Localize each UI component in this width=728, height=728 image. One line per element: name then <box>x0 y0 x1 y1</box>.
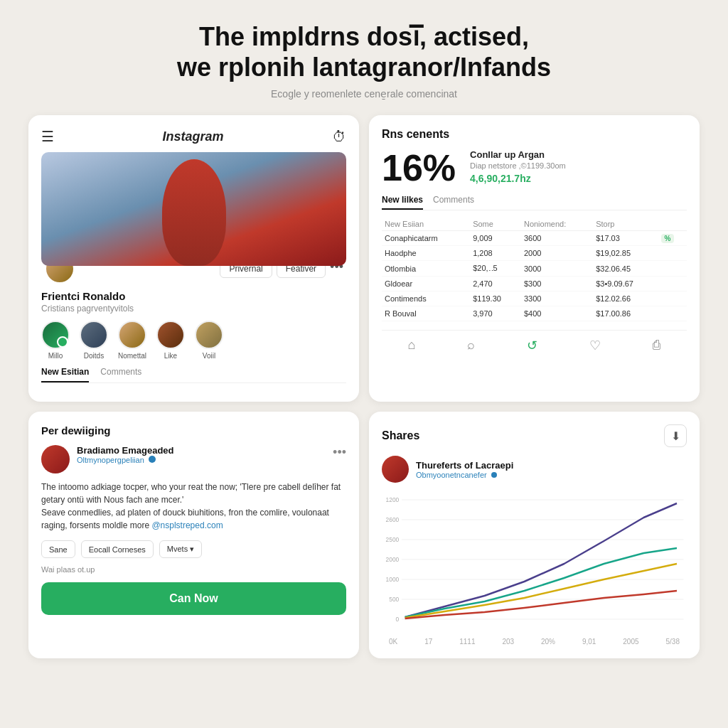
tab-new-likes[interactable]: New Iilkes <box>382 195 423 210</box>
post-more-options-icon[interactable]: ••• <box>333 445 346 460</box>
shares-profile-info: Thureferts of Lacraepi Obmyoonetncanefer <box>416 460 513 479</box>
svg-text:2600: 2600 <box>386 516 400 523</box>
analytics-table: New Esiian Some Noniomend: Storp Conaphi… <box>382 218 687 321</box>
chart-svg: 1200 2600 2500 2000 1000 500 0 <box>382 493 687 635</box>
cell-name: Gldoear <box>382 277 470 291</box>
shares-author-name: Thureferts of Lacraepi <box>416 460 513 471</box>
cell-tag <box>658 246 687 261</box>
col-header-noniomend: Noniomend: <box>521 218 593 231</box>
post-meta: Bradiamo Emageaded Oltmynopergpeliian <box>77 445 326 464</box>
x-label: 9,01 <box>582 638 596 646</box>
analytics-tabs: New Iilkes Comments <box>382 195 687 210</box>
friends-list: Millo Doitds Nomettal Like Voiil <box>41 321 346 360</box>
post-body: The intoomo adkiage tocper, who your rea… <box>41 481 346 532</box>
cell-some: 3,970 <box>470 306 521 321</box>
table-row: R Bouval3,970$400$17.00.86 <box>382 306 687 321</box>
col-header-some: Some <box>470 218 521 231</box>
cell-tag <box>658 306 687 321</box>
friend-label: Voiil <box>203 352 215 360</box>
instagram-card: ☰ Instagram ⏱ Privernal Feativer ••• Fri… <box>28 115 359 402</box>
hamburger-icon[interactable]: ☰ <box>41 128 54 145</box>
instagram-hero-image <box>41 152 346 266</box>
heart-icon[interactable]: ♡ <box>589 338 601 353</box>
shares-chart: 1200 2600 2500 2000 1000 500 0 <box>382 493 687 635</box>
friend-avatar[interactable] <box>156 321 185 349</box>
svg-text:1200: 1200 <box>386 496 400 503</box>
table-row: Haodphe1,2082000$19,02.85 <box>382 246 687 261</box>
download-button[interactable]: ⬇ <box>664 424 687 447</box>
cell-storp: $17.00.86 <box>593 306 658 321</box>
x-label: 2005 <box>623 638 638 646</box>
cell-name: Otlombia <box>382 261 470 277</box>
insta-tabs: New Esitian Comments <box>41 367 346 383</box>
friend-avatar[interactable] <box>41 321 70 349</box>
cell-tag <box>658 277 687 291</box>
friend-label: Like <box>164 352 177 360</box>
friend-avatar[interactable] <box>195 321 223 349</box>
svg-text:2000: 2000 <box>386 556 400 563</box>
post-header: Bradiamo Emageaded Oltmynopergpeliian ••… <box>41 445 346 473</box>
home-icon[interactable]: ⌂ <box>408 338 416 353</box>
table-row: Gldoear2,470$300$3•9.09.67 <box>382 277 687 291</box>
friend-item: Like <box>156 321 185 360</box>
tab-comments[interactable]: Comments <box>100 367 141 382</box>
shares-profile: Thureferts of Lacraepi Obmyoonetncanefer <box>382 456 687 483</box>
analytics-big-row: 16% Conllar up Argan Diap netstore ,©119… <box>382 149 687 186</box>
post-author-avatar <box>41 445 70 473</box>
can-now-button[interactable]: Can Now <box>41 582 346 615</box>
refresh-icon[interactable]: ↺ <box>527 338 537 353</box>
page-title-line1: The impldrns dosi̅, actised, we rplonih … <box>28 21 700 82</box>
cell-some: 2,470 <box>470 277 521 291</box>
cell-storp: $19,02.85 <box>593 246 658 261</box>
post-footer: Wai plaas ot.up <box>41 565 346 574</box>
cell-name: Contimends <box>382 291 470 306</box>
tab-analytics-comments[interactable]: Comments <box>433 195 474 210</box>
x-label: 5/38 <box>665 638 679 646</box>
sane-button[interactable]: Sane <box>41 540 75 558</box>
svg-text:0: 0 <box>396 616 400 623</box>
verified-badge <box>149 456 156 463</box>
corneses-button[interactable]: Eocall Corneses <box>81 540 154 558</box>
cell-some: $119.30 <box>470 291 521 306</box>
col-header-storp: Storp <box>593 218 658 231</box>
cell-tag: % <box>658 231 687 246</box>
profile-name: Frientci Ronaldo <box>41 290 346 302</box>
x-label: 17 <box>424 638 432 646</box>
hero-body <box>162 159 226 266</box>
tab-new-esiian[interactable]: New Esitian <box>41 367 89 382</box>
x-label: 20% <box>541 638 555 646</box>
table-row: Contimends$119.303300$12.02.66 <box>382 291 687 306</box>
shares-avatar <box>382 456 409 483</box>
cell-tag <box>658 261 687 277</box>
table-body: Conaphicatarm9,0093600$17.03%Haodphe1,20… <box>382 231 687 321</box>
notification-icon[interactable]: ⏱ <box>332 129 346 145</box>
svg-text:500: 500 <box>389 596 399 603</box>
export-icon[interactable]: ⎙ <box>653 338 660 353</box>
friend-avatar[interactable] <box>118 321 146 349</box>
post-actions: Sane Eocall Corneses Mvets ▾ <box>41 540 346 558</box>
friend-avatar[interactable] <box>80 321 108 349</box>
post-author-handle: Oltmynopergpeliian <box>77 456 326 464</box>
shares-verified-badge <box>491 472 497 478</box>
analytics-title: Rns cenents <box>382 128 687 141</box>
shares-card: Shares ⬇ Thureferts of Lacraepi Obmyoone… <box>369 412 700 658</box>
post-author-name: Bradiamo Emageaded <box>77 445 326 456</box>
x-label: 203 <box>502 638 514 646</box>
post-link[interactable]: @nsplstreped.com <box>151 520 223 530</box>
cell-name: R Bouval <box>382 306 470 321</box>
analytics-right-title: Conllar up Argan <box>470 149 687 160</box>
table-row: Conaphicatarm9,0093600$17.03% <box>382 231 687 246</box>
post-card-title: Per dewiiging <box>41 424 346 437</box>
analytics-nav: ⌂ ⌕ ↺ ♡ ⎙ <box>382 330 687 353</box>
analytics-percent: 16% <box>382 149 456 186</box>
search-icon[interactable]: ⌕ <box>467 338 475 353</box>
cell-noniomend: $300 <box>521 277 593 291</box>
svg-text:1000: 1000 <box>386 576 400 583</box>
cell-noniomend: 2000 <box>521 246 593 261</box>
analytics-info: Conllar up Argan Diap netstore ,©1199.30… <box>470 149 687 184</box>
mvets-select[interactable]: Mvets ▾ <box>159 540 202 558</box>
table-row: Otlombia$20,‥53000$32.06.45 <box>382 261 687 277</box>
col-header-tag <box>658 218 687 231</box>
cell-noniomend: 3000 <box>521 261 593 277</box>
insta-top-bar: ☰ Instagram ⏱ <box>41 128 346 145</box>
